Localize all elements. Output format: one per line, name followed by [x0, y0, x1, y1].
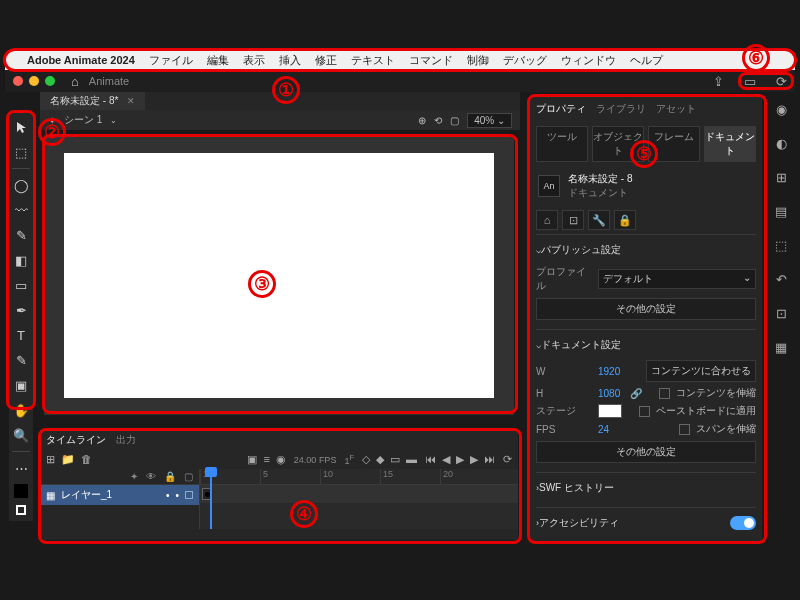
new-folder-icon[interactable]: 📁: [61, 453, 75, 466]
go-first-icon[interactable]: ⏮: [425, 453, 436, 466]
insert-blank-keyframe-icon[interactable]: ◆: [376, 453, 384, 466]
color-panel-icon[interactable]: ◐: [772, 134, 790, 152]
subtab-frame[interactable]: フレーム: [648, 126, 700, 162]
width-value[interactable]: 1920: [598, 366, 620, 377]
onion-skin-icon[interactable]: ◉: [276, 453, 286, 466]
tab-assets[interactable]: アセット: [656, 102, 696, 116]
history-panel-icon[interactable]: ↶: [772, 270, 790, 288]
components-panel-icon[interactable]: ⊡: [772, 304, 790, 322]
remove-frame-icon[interactable]: ▬: [406, 453, 417, 466]
menu-edit[interactable]: 編集: [207, 53, 229, 68]
menu-commands[interactable]: コマンド: [409, 53, 453, 68]
properties-panel-icon[interactable]: ◉: [772, 100, 790, 118]
camera-layer-icon[interactable]: ▣: [247, 453, 257, 466]
scale-span-checkbox[interactable]: [679, 424, 690, 435]
scale-content-checkbox[interactable]: [659, 388, 670, 399]
wrench-icon[interactable]: 🔧: [588, 210, 610, 230]
scene-dropdown-icon[interactable]: ⌄: [110, 116, 117, 125]
transform-panel-icon[interactable]: ⬚: [772, 236, 790, 254]
rotate-icon[interactable]: ⟲: [434, 115, 442, 126]
timeline-frames[interactable]: 1 5 10 15 20: [200, 469, 518, 529]
menu-debug[interactable]: デバッグ: [503, 53, 547, 68]
center-stage-icon[interactable]: ⊕: [418, 115, 426, 126]
sync-icon[interactable]: ⟳: [776, 74, 787, 89]
insert-keyframe-icon[interactable]: ◇: [362, 453, 370, 466]
pen-tool-icon[interactable]: ✒: [12, 301, 30, 319]
link-dimensions-icon[interactable]: 🔗: [630, 388, 642, 399]
playhead[interactable]: [210, 469, 212, 529]
menu-help[interactable]: ヘルプ: [630, 53, 663, 68]
more-tools-icon[interactable]: ⋯: [12, 459, 30, 477]
subtab-object[interactable]: オブジェクト: [592, 126, 644, 162]
edit-scene-icon[interactable]: ⌂: [536, 210, 558, 230]
publish-settings-header[interactable]: パブリッシュ設定: [536, 241, 756, 263]
layer-outline-box[interactable]: [185, 491, 193, 499]
go-last-icon[interactable]: ⏭: [484, 453, 495, 466]
menu-file[interactable]: ファイル: [149, 53, 193, 68]
menu-window[interactable]: ウィンドウ: [561, 53, 616, 68]
stage-color-swatch[interactable]: [598, 404, 622, 418]
close-tab-icon[interactable]: ✕: [127, 96, 135, 106]
lock-icon[interactable]: 🔒: [614, 210, 636, 230]
timeline-ruler[interactable]: 1 5 10 15 20: [200, 469, 518, 485]
tab-output[interactable]: 出力: [116, 433, 136, 447]
scene-label[interactable]: シーン 1: [64, 113, 102, 127]
share-icon[interactable]: ⇪: [713, 74, 724, 89]
brush-tool-icon[interactable]: ✎: [12, 226, 30, 244]
menu-view[interactable]: 表示: [243, 53, 265, 68]
menu-modify[interactable]: 修正: [315, 53, 337, 68]
loop-icon[interactable]: ⟳: [503, 453, 512, 466]
fluid-brush-tool-icon[interactable]: 〰: [12, 201, 30, 219]
accessibility-toggle[interactable]: [730, 516, 756, 530]
subtab-document[interactable]: ドキュメント: [704, 126, 756, 162]
publish-more-settings-button[interactable]: その他の設定: [536, 298, 756, 320]
apply-pasteboard-checkbox[interactable]: [639, 406, 650, 417]
fill-color-icon[interactable]: [14, 484, 28, 498]
lasso-tool-icon[interactable]: ◯: [12, 176, 30, 194]
scene-nav-icon[interactable]: ✦: [48, 115, 56, 126]
clip-icon[interactable]: ▢: [450, 115, 459, 126]
step-forward-icon[interactable]: ▶: [470, 453, 478, 466]
height-value[interactable]: 1080: [598, 388, 620, 399]
delete-layer-icon[interactable]: 🗑: [81, 453, 92, 466]
document-settings-header[interactable]: ドキュメント設定: [536, 336, 756, 358]
layer-lock-dot[interactable]: •: [175, 490, 179, 501]
timeline-track[interactable]: [200, 485, 518, 503]
free-transform-tool-icon[interactable]: ⬚: [12, 143, 30, 161]
tab-library[interactable]: ライブラリ: [596, 102, 646, 116]
profile-select[interactable]: デフォルト ⌄: [598, 269, 756, 289]
workspace-icon[interactable]: ▭: [744, 74, 756, 89]
edit-symbols-icon[interactable]: ⊡: [562, 210, 584, 230]
step-back-icon[interactable]: ◀: [442, 453, 450, 466]
play-icon[interactable]: ▶: [456, 453, 464, 466]
swatches-panel-icon[interactable]: ▦: [772, 338, 790, 356]
menu-text[interactable]: テキスト: [351, 53, 395, 68]
hand-tool-icon[interactable]: ✋: [12, 401, 30, 419]
swf-history-header[interactable]: SWF ヒストリー: [536, 479, 756, 501]
animate-tab[interactable]: Animate: [89, 75, 129, 87]
align-panel-icon[interactable]: ⊞: [772, 168, 790, 186]
menu-control[interactable]: 制御: [467, 53, 489, 68]
insert-frame-icon[interactable]: ▭: [390, 453, 400, 466]
document-tab[interactable]: 名称未設定 - 8* ✕: [40, 92, 145, 110]
home-icon[interactable]: ⌂: [71, 74, 79, 89]
library-panel-icon[interactable]: ▤: [772, 202, 790, 220]
zoom-tool-icon[interactable]: 🔍: [12, 426, 30, 444]
visibility-header-icon[interactable]: 👁: [146, 471, 156, 482]
layer-name[interactable]: レイヤー_1: [61, 488, 112, 502]
accessibility-header[interactable]: アクセシビリティ: [536, 514, 756, 536]
layer-row[interactable]: ▦ レイヤー_1 • •: [40, 485, 199, 505]
subtab-tool[interactable]: ツール: [536, 126, 588, 162]
camera-tool-icon[interactable]: ▣: [12, 376, 30, 394]
layer-visibility-dot[interactable]: •: [166, 490, 170, 501]
tab-timeline[interactable]: タイムライン: [46, 433, 106, 447]
eraser-tool-icon[interactable]: ◧: [12, 251, 30, 269]
layer-depth-icon[interactable]: ≡: [263, 453, 269, 466]
zoom-dropdown[interactable]: 40% ⌄: [467, 113, 512, 128]
minimize-window-icon[interactable]: [29, 76, 39, 86]
fit-content-button[interactable]: コンテンツに合わせる: [646, 360, 756, 382]
stroke-color-icon[interactable]: [16, 505, 26, 515]
eyedropper-tool-icon[interactable]: ✎: [12, 351, 30, 369]
text-tool-icon[interactable]: T: [12, 326, 30, 344]
new-layer-icon[interactable]: ⊞: [46, 453, 55, 466]
